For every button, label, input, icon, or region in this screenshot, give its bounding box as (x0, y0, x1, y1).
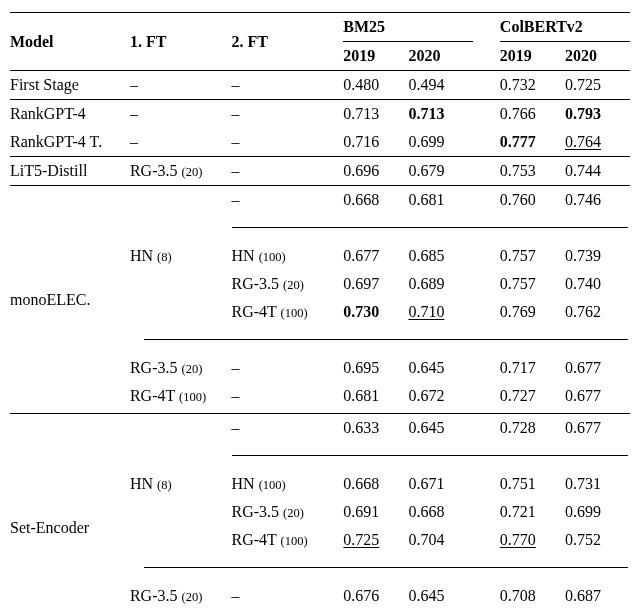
table-row: First Stage – – 0.480 0.494 0.732 0.725 (10, 71, 630, 100)
cell-value: 0.645 (408, 414, 473, 443)
col-ft2: 2. FT (232, 13, 344, 71)
cell-value: 0.668 (343, 470, 408, 498)
cell-model: Set-Encoder (10, 414, 130, 614)
cell-ft2: HN (100) (232, 242, 344, 270)
cell-value: 0.696 (343, 157, 408, 186)
col-colbert-2020: 2020 (565, 42, 630, 71)
cell-value: 0.725 (565, 71, 630, 100)
cell-value: 0.793 (565, 100, 630, 129)
cell-ft2: – (232, 128, 344, 157)
cell-value: 0.725 (343, 526, 408, 554)
cell-value: 0.645 (408, 354, 473, 382)
cell-value: 0.740 (565, 270, 630, 298)
cell-ft2: – (232, 414, 344, 443)
cell-value: 0.717 (500, 354, 565, 382)
cell-value: 0.679 (408, 157, 473, 186)
table-row: LiT5-Distill RG-3.5 (20) – 0.696 0.679 0… (10, 157, 630, 186)
cell-ft2: RG-4T (100) (232, 526, 344, 554)
cell-value: 0.685 (408, 242, 473, 270)
cell-ft1: RG-3.5 (20) (130, 354, 232, 382)
cell-value: 0.689 (408, 270, 473, 298)
cell-value: 0.672 (408, 382, 473, 410)
cell-value: 0.713 (408, 100, 473, 129)
cell-value: 0.633 (343, 414, 408, 443)
cell-value: 0.699 (408, 128, 473, 157)
col-ft1: 1. FT (130, 13, 232, 71)
cell-ft2: – (232, 157, 344, 186)
cell-value: 0.677 (565, 382, 630, 410)
col-bm25-2019: 2019 (343, 42, 408, 71)
cell-value: 0.697 (343, 270, 408, 298)
cell-value: 0.645 (408, 582, 473, 610)
cell-value: 0.494 (408, 71, 473, 100)
cell-value: 0.731 (565, 470, 630, 498)
cell-value: 0.762 (565, 298, 630, 326)
col-group-colbert: ColBERTv2 (500, 13, 630, 42)
cell-value: 0.681 (408, 186, 473, 215)
cell-value: 0.677 (343, 242, 408, 270)
col-model: Model (10, 13, 130, 71)
table-header-row: Model 1. FT 2. FT BM25 ColBERTv2 (10, 13, 630, 42)
cell-ft1: HN (8) (130, 186, 232, 327)
cell-value: 0.677 (565, 414, 630, 443)
cell-model: First Stage (10, 71, 130, 100)
cell-ft2: – (232, 382, 344, 410)
table-row: monoELEC. HN (8) – 0.668 0.681 0.760 0.7… (10, 186, 630, 215)
cell-value: 0.766 (500, 100, 565, 129)
cell-value: 0.671 (408, 470, 473, 498)
cell-ft2: – (232, 100, 344, 129)
cell-ft2: RG-3.5 (20) (232, 270, 344, 298)
cell-value: 0.757 (500, 242, 565, 270)
cell-model: monoELEC. (10, 186, 130, 414)
cell-value: 0.728 (500, 414, 565, 443)
table-row: Set-Encoder HN (8) – 0.633 0.645 0.728 0… (10, 414, 630, 443)
cell-value: 0.721 (500, 498, 565, 526)
cell-value: 0.753 (500, 157, 565, 186)
cell-value: 0.699 (565, 498, 630, 526)
cell-value: 0.691 (343, 498, 408, 526)
cell-value: 0.760 (500, 186, 565, 215)
cell-value: 0.777 (500, 128, 565, 157)
cell-value: 0.687 (565, 582, 630, 610)
cell-value: 0.727 (500, 382, 565, 410)
cell-value: 0.708 (500, 582, 565, 610)
cell-value: 0.716 (343, 128, 408, 157)
cell-value: 0.764 (565, 128, 630, 157)
cell-ft1: RG-3.5 (20) (130, 157, 232, 186)
cell-value: 0.751 (500, 470, 565, 498)
cell-value: 0.677 (565, 354, 630, 382)
cell-value: 0.681 (343, 382, 408, 410)
cell-value: 0.695 (343, 354, 408, 382)
cell-value: 0.739 (565, 242, 630, 270)
cell-ft2: HN (100) (232, 470, 344, 498)
cell-ft1: – (130, 71, 232, 100)
cell-model: RankGPT-4 T. (10, 128, 130, 157)
cell-value: 0.752 (565, 526, 630, 554)
cell-ft1: – (130, 100, 232, 129)
cell-ft2: RG-4T (100) (232, 298, 344, 326)
col-group-bm25: BM25 (343, 13, 473, 42)
col-bm25-2020: 2020 (408, 42, 473, 71)
cell-value: 0.676 (343, 582, 408, 610)
cell-value: 0.668 (408, 498, 473, 526)
cell-ft1: HN (8) (130, 414, 232, 555)
cell-ft1: RG-4T (100) (130, 382, 232, 410)
cell-value: 0.757 (500, 270, 565, 298)
table-row: RankGPT-4 – – 0.713 0.713 0.766 0.793 (10, 100, 630, 129)
table-row: RankGPT-4 T. – – 0.716 0.699 0.777 0.764 (10, 128, 630, 157)
col-colbert-2019: 2019 (500, 42, 565, 71)
cell-value: 0.704 (408, 526, 473, 554)
cell-value: 0.710 (408, 298, 473, 326)
cell-value: 0.480 (343, 71, 408, 100)
cell-value: 0.746 (565, 186, 630, 215)
cell-ft2: – (232, 354, 344, 382)
cell-ft2: – (232, 71, 344, 100)
cell-value: 0.732 (500, 71, 565, 100)
cell-model: RankGPT-4 (10, 100, 130, 129)
cell-ft1: RG-3.5 (20) (130, 582, 232, 610)
cell-value: 0.713 (343, 100, 408, 129)
cell-ft1: – (130, 128, 232, 157)
cell-model: LiT5-Distill (10, 157, 130, 186)
cell-value: 0.730 (343, 298, 408, 326)
cell-value: 0.744 (565, 157, 630, 186)
